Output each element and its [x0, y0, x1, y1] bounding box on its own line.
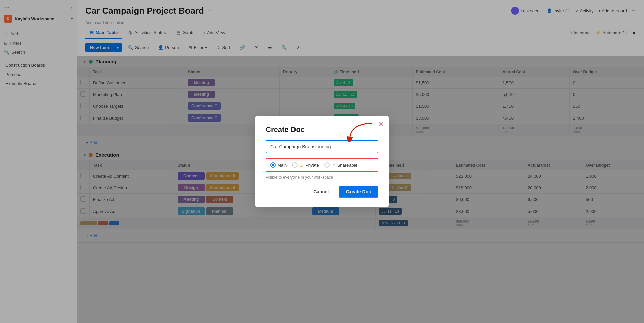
main-option-label: Main: [277, 163, 287, 168]
visibility-main-option[interactable]: Main: [270, 162, 287, 168]
create-doc-modal: ✕ Create Doc Main ⊙ Private: [255, 116, 389, 207]
visibility-options: Main ⊙ Private ↗ Shareable: [266, 158, 378, 172]
modal-title: Create Doc: [266, 125, 378, 134]
modal-overlay: ✕ Create Doc Main ⊙ Private: [0, 0, 644, 323]
main-radio[interactable]: [270, 162, 276, 168]
private-radio[interactable]: [292, 162, 298, 168]
visibility-private-option[interactable]: ⊙ Private: [292, 162, 319, 168]
private-icon: ⊙: [299, 163, 303, 168]
shareable-radio[interactable]: [324, 162, 330, 168]
visibility-shareable-option[interactable]: ↗ Shareable: [324, 162, 357, 168]
modal-close-button[interactable]: ✕: [378, 121, 384, 127]
cancel-button[interactable]: Cancel: [307, 186, 335, 198]
create-doc-button[interactable]: Create Doc: [339, 186, 378, 198]
shareable-option-label: Shareable: [337, 163, 357, 168]
modal-footer: Cancel Create Doc: [266, 186, 378, 198]
visibility-description: Visible to everyone in your workspace: [266, 175, 378, 180]
doc-name-input[interactable]: [266, 140, 378, 153]
shareable-icon: ↗: [331, 163, 335, 168]
private-option-label: Private: [305, 163, 319, 168]
